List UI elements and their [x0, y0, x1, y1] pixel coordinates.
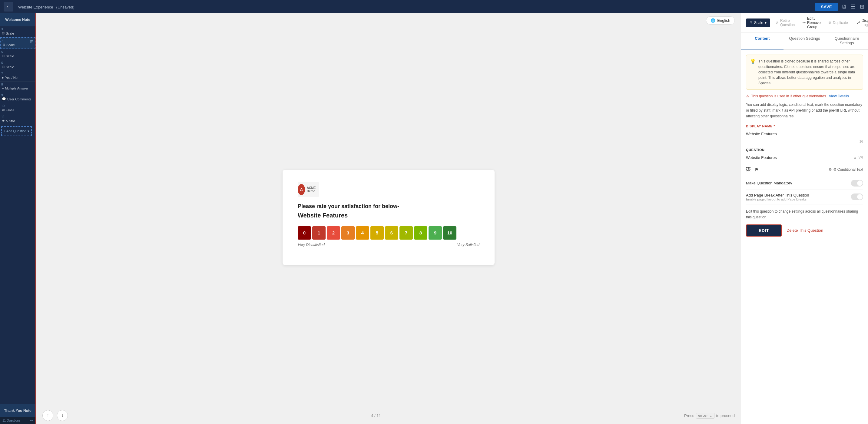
language-icon: 🌐: [711, 18, 715, 23]
logo-circle: A: [298, 184, 305, 195]
scale-btn-10[interactable]: 10: [443, 226, 457, 239]
mandatory-label: Make Question Mandatory: [746, 181, 792, 185]
retire-icon: ⊘: [776, 21, 779, 25]
tab-questionnaire-settings[interactable]: Questionnaire Settings: [826, 32, 868, 50]
comments-icon: 💬: [2, 97, 6, 101]
scale-btn-4[interactable]: 4: [356, 226, 369, 239]
sidebar-item-scale-3[interactable]: ⊞ Scale: [2, 31, 34, 35]
sidebar-item-email[interactable]: ✉ Email: [2, 108, 34, 112]
nav-buttons: ↑ ↓: [42, 410, 68, 421]
image-icon[interactable]: 🖼: [746, 167, 751, 172]
tab-question-settings[interactable]: Question Settings: [783, 32, 826, 50]
duplicate-action[interactable]: ⧉ Duplicate: [826, 21, 850, 25]
page-break-toggle[interactable]: [851, 194, 863, 200]
display-logic-action[interactable]: ⎇ Display Logic: [854, 19, 868, 27]
scale-btn-9[interactable]: 9: [429, 226, 442, 239]
page-break-toggle-row: Add Page Break After This Question Enabl…: [746, 190, 863, 204]
question-section: QUESTION ▲ IVR: [746, 148, 863, 162]
info-text: You can add display logic, conditional t…: [746, 102, 863, 119]
sidebar-item-comments[interactable]: 💬 User Comments: [2, 97, 34, 101]
prev-button[interactable]: ↑: [42, 410, 53, 421]
right-panel: ⊞ Scale ▾ ⊘ Retire Question ✏ Edit / Rem…: [741, 13, 868, 424]
survey-logo: A ACME Demo: [298, 182, 319, 197]
duplicate-icon: ⧉: [829, 21, 831, 25]
proceed-key: enter ↵: [696, 413, 714, 419]
conditional-text-link[interactable]: ⚙ ⚙ Conditional Text: [829, 167, 864, 172]
question-input-row: ▲ IVR: [746, 153, 863, 162]
center-toolbar: 🌐 English: [36, 13, 741, 28]
sidebar-thankyou[interactable]: Thank You Note: [0, 404, 35, 417]
survey-footer: ↑ ↓ 4 / 11 Press enter ↵ to proceed: [36, 407, 741, 424]
scale-type-button[interactable]: ⊞ Scale ▾: [746, 19, 770, 27]
scale-btn-3[interactable]: 3: [341, 226, 355, 239]
gear-icon: ⚙: [829, 167, 832, 172]
next-button[interactable]: ↓: [57, 410, 68, 421]
page-break-labels: Add Page Break After This Question Enabl…: [746, 193, 809, 201]
dropdown-arrow-icon: ▾: [765, 21, 767, 25]
display-name-input[interactable]: [746, 130, 863, 138]
action-row: EDIT Delete This Question: [746, 224, 863, 236]
sidebar-item-multiple[interactable]: ≡ Multiple Answer: [2, 86, 34, 90]
display-name-char-count: 16: [746, 140, 863, 143]
sidebar-welcome[interactable]: Welcome Note: [0, 13, 35, 26]
flag-icon[interactable]: ⚑: [754, 167, 759, 173]
edit-remove-group-action[interactable]: ✏ Edit / Remove Group: [800, 17, 823, 29]
scale-icon-4: ⊞: [2, 43, 5, 47]
page-break-label: Add Page Break After This Question: [746, 193, 809, 197]
scale-icon-6: ⊞: [2, 65, 4, 69]
center-panel: 🌐 English A ACME Demo Please rate your s…: [36, 13, 741, 424]
display-name-section: DISPLAY NAME * 16: [746, 124, 863, 143]
question-line1: Please rate your satisfaction for below-: [298, 203, 479, 209]
scale-icon-3: ⊞: [2, 31, 4, 35]
sidebar-item-scale-4[interactable]: ⊞ Scale: [2, 43, 33, 47]
retire-question-action[interactable]: ⊘ Retire Question: [773, 19, 797, 27]
scale-labels: Very Dissatisfied Very Satisfied: [298, 243, 479, 247]
proceed-hint: Press enter ↵ to proceed: [684, 413, 735, 419]
save-button[interactable]: SAVE: [815, 3, 838, 11]
edit-info-text: Edit this question to change settings ac…: [746, 209, 863, 220]
sidebar-footer: 11 Questions ⋯: [0, 417, 35, 424]
sidebar-footer-icon: ⋯: [30, 419, 33, 422]
yesno-icon: ●: [2, 76, 4, 80]
monitor-icon[interactable]: 🖥: [841, 4, 846, 10]
edit-remove-icon: ✏: [803, 21, 806, 25]
right-content: 💡 This question is cloned because it is …: [741, 50, 868, 424]
scale-btn-6[interactable]: 6: [385, 226, 398, 239]
sidebar-item-scale-5[interactable]: ⊞ Scale: [2, 54, 34, 58]
scale-icon-5: ⊞: [2, 54, 4, 58]
question-count: 11 Questions: [2, 419, 20, 422]
ivr-badge: ▲ IVR: [854, 156, 863, 159]
email-icon: ✉: [2, 108, 4, 112]
sidebar: Welcome Note 3 ⊞ Scale 4 ⊞ ⊞ Scale 5 ⊞ S…: [0, 13, 36, 424]
display-name-label: DISPLAY NAME *: [746, 124, 863, 128]
users-icon[interactable]: ⊞: [860, 3, 864, 10]
scale-btn-7[interactable]: 7: [400, 226, 413, 239]
multiple-icon: ≡: [2, 86, 4, 90]
edit-button[interactable]: EDIT: [746, 224, 782, 236]
delete-button[interactable]: Delete This Question: [786, 228, 823, 233]
sidebar-item-yesno[interactable]: ● Yes / No: [2, 76, 34, 80]
question-input[interactable]: [746, 153, 854, 162]
mandatory-toggle[interactable]: [851, 180, 863, 187]
sidebar-item-star[interactable]: ★ 5 Star: [2, 119, 34, 123]
scale-btn-2[interactable]: 2: [327, 226, 340, 239]
menu-icon[interactable]: ☰: [851, 3, 856, 10]
page-break-sublabel: Enable paged layout to add Page Breaks: [746, 197, 809, 201]
scale-btn-8[interactable]: 8: [414, 226, 427, 239]
tab-content[interactable]: Content: [741, 32, 783, 50]
scale-btn-5[interactable]: 5: [370, 226, 384, 239]
scale-label-left: Very Dissatisfied: [298, 243, 325, 247]
language-button[interactable]: 🌐 English: [706, 17, 735, 25]
view-details-link[interactable]: View Details: [829, 94, 849, 98]
lightbulb-icon: 💡: [750, 59, 756, 64]
icon-row: 🖼 ⚑ ⚙ ⚙ Conditional Text: [746, 167, 863, 173]
scale-buttons: 0 1 2 3 4 5 6 7 8 9 10: [298, 226, 479, 239]
scale-btn-1[interactable]: 1: [312, 226, 326, 239]
back-button[interactable]: ←: [4, 2, 13, 11]
scale-label-right: Very Satisfied: [457, 243, 479, 247]
app-title: Website Experience (Unsaved): [17, 4, 812, 9]
sidebar-item-scale-6[interactable]: ⊞ Scale: [2, 65, 34, 69]
warning-icon: ⚠: [746, 94, 749, 98]
scale-btn-0[interactable]: 0: [298, 226, 311, 239]
add-question-button[interactable]: + Add Question ▾: [1, 126, 32, 136]
